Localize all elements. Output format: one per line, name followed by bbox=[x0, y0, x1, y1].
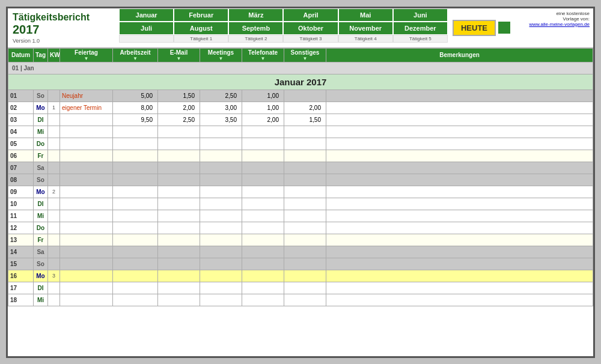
cell-meetings: 3,00 bbox=[200, 102, 242, 114]
cell-bemerkungen bbox=[326, 138, 593, 150]
cell-feiertag bbox=[60, 150, 113, 162]
cell-sonstiges bbox=[284, 270, 326, 282]
cell-sonstiges bbox=[284, 174, 326, 186]
cell-kw bbox=[48, 138, 60, 150]
th-arbeitszeit: Arbeitszeit ▼ bbox=[113, 48, 158, 62]
cell-tag: Do bbox=[34, 222, 48, 234]
month-jun[interactable]: Juni bbox=[393, 8, 448, 22]
cell-arbeitszeit: 8,00 bbox=[113, 102, 158, 114]
cell-kw: 1 bbox=[48, 102, 60, 114]
sub-row: Tätigkeit 1 Tätigkeit 2 Tätigkeit 3 Täti… bbox=[119, 35, 448, 43]
cell-tag: Mi bbox=[34, 126, 48, 138]
cell-tag: Sa bbox=[34, 246, 48, 258]
cell-email bbox=[158, 234, 200, 246]
cell-arbeitszeit bbox=[113, 198, 158, 210]
heute-button[interactable]: HEUTE bbox=[453, 20, 496, 36]
cell-telefonate bbox=[242, 138, 284, 150]
cell-arbeitszeit bbox=[113, 222, 158, 234]
table-row: 02 Mo 1 eigener Termin 8,00 2,00 3,00 1,… bbox=[8, 102, 593, 114]
month-feb[interactable]: Februar bbox=[174, 8, 228, 22]
cell-telefonate bbox=[242, 282, 284, 294]
cell-telefonate bbox=[242, 294, 284, 306]
table-row: 06 Fr bbox=[8, 150, 593, 162]
sub-empty bbox=[119, 35, 174, 43]
cell-kw bbox=[48, 294, 60, 306]
month-okt[interactable]: Oktober bbox=[283, 22, 338, 35]
cell-feiertag bbox=[60, 114, 113, 126]
cell-meetings bbox=[200, 258, 242, 270]
cell-meetings bbox=[200, 270, 242, 282]
cell-tag: So bbox=[34, 258, 48, 270]
cell-telefonate: 2,00 bbox=[242, 114, 284, 126]
cell-sonstiges bbox=[284, 210, 326, 222]
cell-telefonate bbox=[242, 150, 284, 162]
cell-datum: 10 bbox=[8, 198, 34, 210]
cell-telefonate bbox=[242, 210, 284, 222]
month-apr[interactable]: April bbox=[283, 8, 338, 22]
section-header-row: 01 | Jan bbox=[8, 62, 593, 74]
cell-meetings bbox=[200, 198, 242, 210]
th-sonstiges: Sonstiges ▼ bbox=[284, 48, 326, 62]
cell-sonstiges bbox=[284, 198, 326, 210]
cell-meetings bbox=[200, 234, 242, 246]
cell-tag: Mo bbox=[34, 102, 48, 114]
month-sep[interactable]: Septemb bbox=[228, 22, 283, 35]
sub-t2: Tätigkeit 2 bbox=[228, 35, 283, 43]
cell-email bbox=[158, 162, 200, 174]
cell-feiertag bbox=[60, 258, 113, 270]
promo1: eine kostenlose bbox=[556, 11, 590, 16]
sub-t5: Tätigkeit 5 bbox=[393, 35, 448, 43]
th-feiertag: Feiertag ▼ bbox=[60, 48, 113, 62]
month-aug[interactable]: August bbox=[174, 22, 228, 35]
cell-feiertag bbox=[60, 270, 113, 282]
app-container: Tätigkeitsbericht 2017 Version 1.0 Janua… bbox=[6, 7, 595, 358]
cell-kw: 2 bbox=[48, 186, 60, 198]
cell-feiertag bbox=[60, 186, 113, 198]
month-jan[interactable]: Januar bbox=[119, 8, 174, 22]
month-dez[interactable]: Dezember bbox=[393, 22, 448, 35]
cell-arbeitszeit: 5,00 bbox=[113, 89, 158, 102]
th-kw: KW bbox=[48, 48, 60, 62]
cell-telefonate bbox=[242, 126, 284, 138]
table-row: 13 Fr bbox=[8, 234, 593, 246]
cell-tag: Mi bbox=[34, 210, 48, 222]
month-mar[interactable]: März bbox=[228, 8, 283, 22]
cell-bemerkungen bbox=[326, 210, 593, 222]
cell-bemerkungen bbox=[326, 258, 593, 270]
cell-datum: 16 bbox=[8, 270, 34, 282]
cell-datum: 14 bbox=[8, 246, 34, 258]
cell-feiertag bbox=[60, 126, 113, 138]
month-jul[interactable]: Juli bbox=[119, 22, 174, 35]
col-header-row: Datum Tag KW Feiertag ▼ Arbeitszeit ▼ E-… bbox=[8, 48, 593, 62]
cell-tag: DI bbox=[34, 282, 48, 294]
cell-email bbox=[158, 126, 200, 138]
month-nov[interactable]: November bbox=[338, 22, 393, 35]
cell-feiertag: eigener Termin bbox=[60, 102, 113, 114]
cell-telefonate bbox=[242, 198, 284, 210]
cell-kw bbox=[48, 210, 60, 222]
cell-arbeitszeit bbox=[113, 126, 158, 138]
table-row: 15 So bbox=[8, 258, 593, 270]
cell-arbeitszeit bbox=[113, 294, 158, 306]
cell-datum: 04 bbox=[8, 126, 34, 138]
app-version: Version 1.0 bbox=[13, 38, 114, 44]
month-mai[interactable]: Mai bbox=[338, 8, 393, 22]
table-row: 03 DI 9,50 2,50 3,50 2,00 1,50 bbox=[8, 114, 593, 126]
table-row: 14 Sa bbox=[8, 246, 593, 258]
cell-bemerkungen bbox=[326, 270, 593, 282]
cell-telefonate bbox=[242, 174, 284, 186]
cell-email: 2,50 bbox=[158, 114, 200, 126]
cell-bemerkungen bbox=[326, 162, 593, 174]
cell-meetings bbox=[200, 126, 242, 138]
table-row: 01 So Neujahr 5,00 1,50 2,50 1,00 bbox=[8, 89, 593, 102]
main-table: Datum Tag KW Feiertag ▼ Arbeitszeit ▼ E-… bbox=[8, 48, 593, 306]
cell-bemerkungen bbox=[326, 282, 593, 294]
promo-link[interactable]: www.alle-meine-vorlagen.de bbox=[529, 22, 590, 27]
cell-bemerkungen bbox=[326, 294, 593, 306]
cell-sonstiges bbox=[284, 222, 326, 234]
cell-email: 1,50 bbox=[158, 89, 200, 102]
cell-arbeitszeit bbox=[113, 150, 158, 162]
cell-sonstiges bbox=[284, 234, 326, 246]
cell-datum: 05 bbox=[8, 138, 34, 150]
cell-datum: 06 bbox=[8, 150, 34, 162]
